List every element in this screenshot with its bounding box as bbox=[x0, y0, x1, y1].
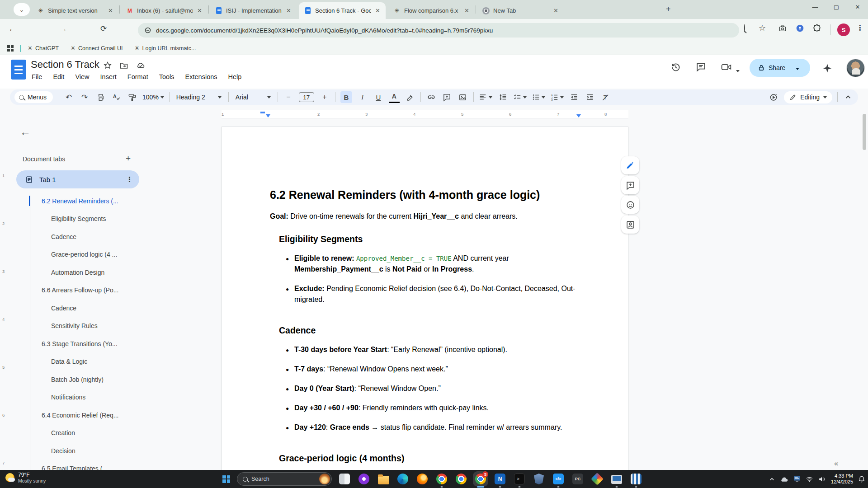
document-title[interactable]: Section 6 Track bbox=[31, 59, 99, 70]
font-size-decrease[interactable]: − bbox=[283, 91, 294, 103]
undo-button[interactable]: ↶ bbox=[63, 91, 74, 103]
hide-menus-chevron[interactable] bbox=[843, 91, 854, 103]
star-document-icon[interactable] bbox=[103, 61, 112, 70]
outline-item[interactable]: 6.2 Renewal Reminders (... bbox=[0, 192, 149, 210]
outline-item[interactable]: 6.3 Stage Transitions (Yo... bbox=[0, 335, 149, 353]
share-button[interactable]: Share bbox=[750, 59, 810, 77]
diamond-app-taskbar-icon[interactable] bbox=[591, 473, 603, 485]
new-tab-button[interactable]: + bbox=[666, 5, 671, 14]
font-size-increase[interactable]: + bbox=[319, 91, 330, 103]
browser-tab[interactable]: ✳Flow comparison 6.x requireme...✕ bbox=[388, 2, 475, 19]
blue-app-taskbar-icon[interactable]: N bbox=[494, 473, 506, 485]
align-button[interactable] bbox=[479, 91, 492, 103]
apps-grid-icon[interactable] bbox=[7, 45, 14, 52]
increase-indent-button[interactable] bbox=[585, 91, 595, 103]
tab-options-kebab[interactable]: ⋮ bbox=[126, 175, 133, 183]
horizontal-ruler[interactable]: 12345678 bbox=[154, 110, 859, 119]
outline-item[interactable]: Notifications bbox=[0, 389, 149, 407]
purple-app-taskbar-icon[interactable] bbox=[358, 473, 370, 485]
camera-extension-icon[interactable] bbox=[778, 24, 787, 33]
sidebar-tab-1[interactable]: Tab 1 ⋮ bbox=[16, 170, 139, 188]
insert-image-button[interactable] bbox=[458, 91, 468, 103]
volume-icon[interactable] bbox=[818, 476, 826, 483]
chrome-window-1-taskbar-icon[interactable] bbox=[436, 473, 448, 485]
widgets-app-taskbar-icon[interactable] bbox=[339, 473, 350, 485]
menu-tools[interactable]: Tools bbox=[159, 73, 175, 80]
menu-help[interactable]: Help bbox=[228, 73, 242, 80]
file-explorer-taskbar-icon[interactable] bbox=[377, 473, 389, 485]
font-select[interactable]: Arial bbox=[234, 91, 273, 103]
right-indent-marker[interactable] bbox=[576, 114, 581, 117]
outline-item[interactable]: 6.4 Economic Relief (Req... bbox=[0, 406, 149, 424]
bookmark-item[interactable]: ✳Login URL mismatc... bbox=[135, 45, 196, 52]
tab-close-icon[interactable]: ✕ bbox=[374, 7, 381, 14]
browser-tab[interactable]: MInbox (6) - saiful@momentum-...✕ bbox=[121, 2, 208, 19]
add-comment-button[interactable] bbox=[442, 91, 453, 103]
outline-item[interactable]: Sensitivity Rules bbox=[0, 317, 149, 335]
bulleted-list-button[interactable] bbox=[532, 91, 545, 103]
password-manager-icon[interactable] bbox=[796, 24, 804, 33]
decrease-indent-button[interactable] bbox=[569, 91, 580, 103]
tab-close-icon[interactable]: ✕ bbox=[196, 7, 203, 14]
weather-widget[interactable]: 79°F Mostly sunny bbox=[5, 472, 46, 483]
reload-button[interactable]: ⟳ bbox=[100, 24, 107, 33]
menu-edit[interactable]: Edit bbox=[53, 73, 64, 80]
window-close-button[interactable]: ✕ bbox=[847, 0, 868, 14]
highlight-color-button[interactable] bbox=[405, 91, 415, 103]
google-docs-logo[interactable] bbox=[11, 60, 26, 80]
tab-close-icon[interactable]: ✕ bbox=[552, 7, 559, 14]
document-page[interactable]: 6.2 Renewal Reminders (with 4-month grac… bbox=[222, 127, 628, 488]
font-size-input[interactable]: 17 bbox=[299, 92, 314, 102]
zoom-select[interactable]: 100% bbox=[142, 91, 164, 103]
bookmark-item[interactable]: ✳ChatGPT bbox=[28, 45, 59, 52]
help-me-write-button[interactable] bbox=[621, 156, 639, 174]
browser-profile-avatar[interactable]: S bbox=[837, 23, 850, 36]
share-dropdown-caret[interactable] bbox=[790, 64, 805, 72]
spellcheck-button[interactable]: A bbox=[111, 91, 122, 103]
monitor-app-taskbar-icon[interactable] bbox=[611, 473, 623, 485]
add-comment-rail-button[interactable] bbox=[621, 176, 639, 194]
version-history-icon[interactable] bbox=[670, 61, 682, 73]
collapse-panel-chevrons[interactable]: « bbox=[834, 459, 838, 468]
text-color-button[interactable]: A bbox=[389, 91, 400, 103]
styles-select[interactable]: Heading 2 bbox=[175, 91, 223, 103]
outline-item[interactable]: Data & Logic bbox=[0, 353, 149, 371]
address-bar[interactable]: docs.google.com/document/d/1jkdXn2EE3q0X… bbox=[138, 23, 739, 38]
forward-button[interactable]: → bbox=[59, 24, 67, 34]
start-button[interactable] bbox=[222, 475, 230, 483]
site-info-icon[interactable] bbox=[144, 27, 151, 34]
paint-format-button[interactable] bbox=[127, 91, 137, 103]
notification-bell-icon[interactable] bbox=[858, 475, 865, 483]
taskbar-clock[interactable]: 4:33 PM 12/4/2025 bbox=[831, 473, 853, 485]
report-app-taskbar-icon[interactable] bbox=[630, 473, 642, 485]
firefox-browser-taskbar-icon[interactable] bbox=[416, 473, 428, 485]
first-line-indent-marker[interactable] bbox=[266, 114, 270, 117]
outline-item[interactable]: 6.6 Arrears Follow-up (Po... bbox=[0, 282, 149, 300]
cloud-saved-icon[interactable] bbox=[136, 61, 146, 70]
clear-formatting-button[interactable]: T bbox=[600, 91, 611, 103]
gemini-spark-icon[interactable] bbox=[822, 63, 833, 74]
close-sidebar-back-arrow[interactable]: ← bbox=[20, 126, 31, 138]
menus-search-pill[interactable]: Menus bbox=[14, 91, 53, 103]
left-indent-marker[interactable] bbox=[260, 112, 265, 113]
add-tab-button[interactable]: + bbox=[126, 154, 131, 164]
window-minimize-button[interactable]: — bbox=[805, 0, 826, 14]
browser-tab[interactable]: Section 6 Track - Google Docs✕ bbox=[299, 2, 386, 19]
terminal-app-taskbar-icon[interactable]: >_ bbox=[514, 473, 525, 485]
outline-item[interactable]: Cadence bbox=[0, 299, 149, 317]
numbered-list-button[interactable]: 123 bbox=[550, 91, 564, 103]
editing-mode-select[interactable]: Editing bbox=[784, 91, 832, 103]
redo-button[interactable]: ↷ bbox=[79, 91, 90, 103]
print-button[interactable] bbox=[95, 91, 106, 103]
emoji-reaction-button[interactable] bbox=[621, 196, 639, 214]
browser-tab[interactable]: New Tab✕ bbox=[477, 2, 564, 19]
browser-tab[interactable]: ISIJ - Implementation guide - G...✕ bbox=[210, 2, 297, 19]
bookmark-star-icon[interactable]: ☆ bbox=[759, 23, 766, 33]
tray-app-icon[interactable] bbox=[793, 476, 801, 482]
wifi-icon[interactable] bbox=[806, 476, 813, 483]
tray-show-hidden-chevron[interactable] bbox=[769, 476, 775, 482]
url-text[interactable]: docs.google.com/document/d/1jkdXn2EE3q0X… bbox=[156, 27, 493, 34]
tab-close-icon[interactable]: ✕ bbox=[285, 7, 292, 14]
menu-insert[interactable]: Insert bbox=[100, 73, 117, 80]
line-spacing-button[interactable] bbox=[497, 91, 508, 103]
